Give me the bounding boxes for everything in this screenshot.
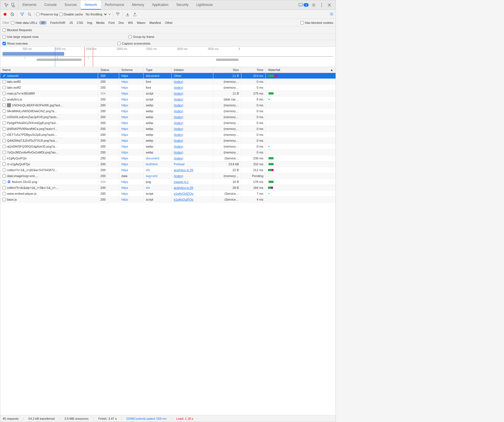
capture-screenshots-checkbox[interactable]	[117, 42, 121, 45]
filter-img[interactable]: Img	[85, 21, 94, 25]
group-by-frame-checkbox[interactable]	[128, 35, 132, 38]
row-checkbox[interactable]	[3, 186, 6, 189]
col-header-type[interactable]: Type	[144, 67, 172, 73]
table-row[interactable]: www-embed-player.js 200httpsscripte1gAyQ…	[0, 191, 336, 197]
device-toolbar-icon[interactable]	[10, 2, 16, 8]
tab-application[interactable]: Application	[148, 0, 172, 10]
row-initiator[interactable]: (index)	[171, 85, 213, 91]
row-initiator[interactable]: (index)	[171, 120, 213, 126]
row-checkbox[interactable]	[3, 192, 6, 195]
col-header-status[interactable]: Status	[98, 67, 119, 73]
filter-css[interactable]: CSS	[75, 21, 85, 25]
filter-js[interactable]: JS	[68, 21, 75, 25]
row-checkbox[interactable]	[3, 157, 6, 160]
row-checkbox[interactable]	[3, 151, 6, 154]
tab-console[interactable]: Console	[40, 0, 61, 10]
blocked-requests-label[interactable]: Blocked Requests	[3, 28, 32, 32]
filter-fetch-xhr[interactable]: Fetch/XHR	[48, 21, 67, 25]
row-initiator[interactable]: (index)	[171, 138, 213, 144]
row-initiator[interactable]: (index)	[171, 150, 213, 155]
row-initiator[interactable]: analytics.js:39	[171, 185, 213, 191]
close-icon[interactable]	[327, 2, 332, 8]
row-checkbox[interactable]	[3, 162, 6, 166]
row-initiator[interactable]: (index)	[171, 102, 213, 108]
network-settings-icon[interactable]	[329, 12, 334, 17]
large-rows-checkbox[interactable]	[3, 35, 6, 38]
show-overview-label[interactable]: Show overview	[3, 42, 28, 45]
tab-security[interactable]: Security	[172, 0, 192, 10]
row-initiator[interactable]: (index)	[171, 173, 213, 179]
show-overview-checkbox[interactable]	[3, 42, 6, 45]
table-row[interactable]: analytics.js 200httpsscript(index)(disk …	[0, 97, 336, 102]
row-checkbox[interactable]	[3, 74, 6, 77]
row-checkbox[interactable]	[3, 133, 6, 136]
table-row[interactable]: latin.woff2 200httpsfont(index)(memory…0…	[0, 85, 336, 91]
preserve-log-checkbox[interactable]	[36, 13, 40, 16]
row-checkbox[interactable]	[3, 127, 6, 130]
table-row[interactable]: U5OHzQL4tEKFr6OFlxWK.jpg?aut… 200httpswe…	[0, 102, 336, 108]
row-initiator[interactable]: Preload	[171, 161, 213, 167]
row-initiator[interactable]: e1gAyQuIFQo	[171, 197, 213, 203]
clear-button[interactable]	[9, 11, 15, 17]
table-row[interactable]: qQs6Wr5FQSRQGdgAve33.png?a… 200httpswebp…	[0, 144, 336, 150]
filter-wasm[interactable]: Wasm	[135, 21, 147, 25]
disable-cache-checkbox[interactable]	[59, 13, 63, 16]
table-row[interactable]: Q4AZ84qTJLEnfToJYVLR.png?aut… 200httpswe…	[0, 138, 336, 144]
row-checkbox[interactable]	[3, 139, 6, 142]
tab-elements[interactable]: Elements	[19, 0, 40, 10]
col-header-scheme[interactable]: Scheme	[119, 67, 144, 73]
table-row[interactable]: ijHIRzKPfVI6NxrdNtCa.png?auto=f… 200http…	[0, 126, 336, 132]
blocked-requests-checkbox[interactable]	[3, 28, 6, 32]
preserve-log-label[interactable]: Preserve log	[36, 13, 58, 16]
table-row[interactable]: latin.woff2 200httpsfont(index)(memory…0…	[0, 79, 336, 85]
row-initiator[interactable]: e1gAyQuIFQo	[171, 191, 213, 197]
tab-performance[interactable]: Performance	[101, 0, 128, 10]
row-initiator[interactable]: (index)	[171, 126, 213, 132]
search-button[interactable]	[26, 11, 33, 17]
row-checkbox[interactable]	[3, 168, 6, 172]
row-checkbox[interactable]	[3, 98, 6, 101]
tab-memory[interactable]: Memory	[128, 0, 148, 10]
tab-lighthouse[interactable]: Lighthouse	[192, 0, 217, 10]
has-blocked-cookies-label[interactable]: Has blocked cookies	[300, 21, 333, 24]
row-checkbox[interactable]	[3, 198, 6, 201]
import-har-icon[interactable]	[124, 11, 131, 17]
row-checkbox[interactable]	[3, 180, 6, 184]
table-row[interactable]: ⊙ e1gAyQuIFQo 200httpstext/htmlPreload23…	[0, 161, 336, 167]
hide-data-urls-label[interactable]: Hide data URLs	[11, 21, 37, 24]
filter-ws[interactable]: WS	[126, 21, 135, 25]
col-header-waterfall[interactable]: Waterfall▲	[266, 67, 336, 73]
row-initiator[interactable]: (index)	[171, 108, 213, 114]
row-checkbox[interactable]	[3, 121, 6, 125]
filter-media[interactable]: Media	[94, 21, 106, 25]
large-rows-label[interactable]: Use large request rows	[3, 35, 39, 38]
tab-sources[interactable]: Sources	[61, 0, 81, 10]
table-row[interactable]: YsQoJMZxnAvRvOe2uMDt.png?au… 200httpsweb…	[0, 150, 336, 155]
table-row[interactable]: main.js?v=e382d86f 304httpsscript(index)…	[0, 91, 336, 97]
filter-button[interactable]	[19, 11, 25, 17]
row-initiator[interactable]: inpage.js:1	[171, 179, 213, 185]
filter-font[interactable]: Font	[107, 21, 116, 25]
row-initiator[interactable]: (index)	[171, 155, 213, 161]
capture-screenshots-label[interactable]: Capture screenshots	[117, 42, 151, 45]
row-checkbox[interactable]	[3, 174, 6, 178]
table-row[interactable]: t3ET7u5x7PDBjyuSrZp8.png?auto… 200httpsw…	[0, 132, 336, 138]
timeline-area[interactable]: 500 ms 1000 ms 1500 ms 2000 ms 2500 ms 3…	[0, 47, 336, 67]
table-row[interactable]: PpIqpPhho6H1ZKKnHQg8.png?aut… 200httpswe…	[0, 120, 336, 126]
table-row[interactable]: collect?t=dc&aip=1&_r=3&v=1&_v=… 200http…	[0, 185, 336, 191]
row-checkbox[interactable]	[3, 86, 6, 89]
row-initiator[interactable]: (index)	[171, 79, 213, 85]
filter-other[interactable]: Other	[163, 21, 175, 25]
table-row[interactable]: e1gAyQuIFQo 200httpsdocument(index)(Serv…	[0, 155, 336, 161]
filter-manifest[interactable]: Manifest	[148, 21, 163, 25]
filter-all-button[interactable]: All	[39, 21, 47, 25]
table-row[interactable]: network/ 304httpsdocumentOther11 B314 ms	[0, 73, 336, 79]
row-initiator[interactable]: (index)	[171, 91, 213, 97]
table-container[interactable]: Name Status Scheme Type Initiator Size T…	[0, 67, 336, 415]
group-by-frame-label[interactable]: Group by frame	[128, 35, 154, 38]
throttle-select[interactable]: No throttling	[84, 12, 108, 16]
table-row[interactable]: 9AnMWdLvN65DifDwkONZ.png?a… 200httpswebp…	[0, 108, 336, 114]
feedback-button[interactable]: 1	[299, 3, 309, 7]
row-initiator[interactable]: analytics.js:39	[171, 167, 213, 173]
row-initiator[interactable]: Other	[171, 73, 213, 79]
